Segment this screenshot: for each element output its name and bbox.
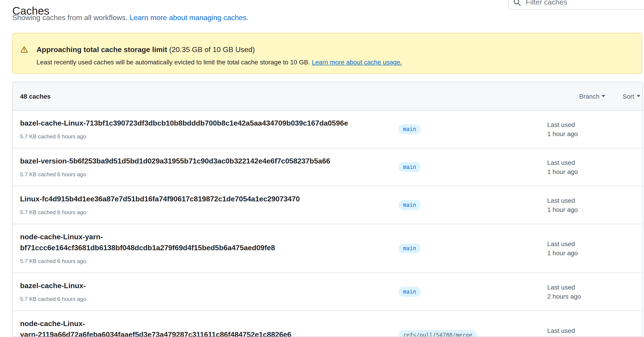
cache-name: bazel-version-5b6f253ba9d51d5bd1d029a319… <box>20 156 391 167</box>
cache-last-used-cell: Last used 2 hours ago <box>547 280 634 303</box>
filter-caches-searchbox[interactable] <box>508 0 644 10</box>
last-used-time: 2 hours ago <box>547 292 634 301</box>
cache-name-cell: Linux-fc4d915b4d1ee36a87e7d51bd16fa74f90… <box>20 194 391 216</box>
managing-caches-link[interactable]: Learn more about managing caches. <box>130 14 248 22</box>
cache-meta: 5.7 KB cached 6 hours ago <box>20 132 391 141</box>
warning-body-text: Least recently used caches will be autom… <box>36 59 310 66</box>
cache-row: node-cache-Linux-yarn- bf71ccc6e164cf368… <box>13 224 643 273</box>
warning-body: Least recently used caches will be autom… <box>36 58 402 67</box>
branch-badge: main <box>398 124 421 134</box>
cache-branch-cell: main <box>398 231 547 265</box>
cache-name: node-cache-Linux- yarn-2119a66d72a6feba6… <box>20 318 391 337</box>
cache-branch-cell: main <box>398 280 547 303</box>
branch-badge: main <box>398 287 421 297</box>
cache-meta: 5.7 KB cached 6 hours ago <box>20 208 391 216</box>
cache-name-cell: bazel-version-5b6f253ba9d51d5bd1d029a319… <box>20 156 391 179</box>
last-used-label: Last used <box>547 239 634 248</box>
sort-filter-dropdown[interactable]: Sort <box>622 93 640 100</box>
cache-branch-cell: main <box>398 194 547 216</box>
cache-branch-cell: main <box>398 156 547 179</box>
branch-badge: main <box>398 243 421 253</box>
caches-list-header: 48 caches Branch Sort <box>13 82 643 111</box>
last-used-time: 1 hour ago <box>547 167 634 176</box>
cache-meta: 5.7 KB cached 6 hours ago <box>20 295 391 303</box>
cache-meta: 5.7 KB cached 6 hours ago <box>20 257 391 265</box>
cache-branch-cell: main <box>398 118 547 141</box>
filter-caches-input[interactable] <box>525 0 644 7</box>
subtitle-text: Showing caches from all workflows. <box>12 14 128 22</box>
search-icon <box>514 0 521 6</box>
cache-name-cell: bazel-cache-Linux- 5.7 KB cached 6 hours… <box>20 280 391 303</box>
last-used-label: Last used <box>547 158 634 167</box>
cache-count: 48 caches <box>20 93 51 100</box>
page-subtitle: Showing caches from all workflows. Learn… <box>12 12 248 23</box>
cache-last-used-cell: Last used 1 hour ago <box>547 194 634 216</box>
last-used-label: Last used <box>547 326 634 335</box>
cache-row: bazel-cache-Linux- 5.7 KB cached 6 hours… <box>13 273 643 310</box>
branch-badge: refs/pull/54788/merge <box>398 330 477 337</box>
storage-limit-warning-banner: Approaching total cache storage limit (2… <box>12 33 642 74</box>
cache-name: bazel-cache-Linux-713bf1c390723df3dbcb10… <box>20 118 391 129</box>
last-used-label: Last used <box>547 120 634 129</box>
last-used-time: 1 hour ago <box>547 129 634 138</box>
cache-row: node-cache-Linux- yarn-2119a66d72a6feba6… <box>13 310 643 337</box>
branch-filter-dropdown[interactable]: Branch <box>579 93 606 100</box>
branch-badge: main <box>398 162 421 172</box>
warning-heading-bold: Approaching total cache storage limit <box>36 46 167 54</box>
cache-name: node-cache-Linux-yarn- bf71ccc6e164cf368… <box>20 231 391 253</box>
caches-page: Caches Showing caches from all workflows… <box>0 0 644 337</box>
cache-last-used-cell: Last used 1 hour ago <box>547 231 634 265</box>
cache-name: bazel-cache-Linux- <box>20 280 391 291</box>
cache-last-used-cell: Last used 1 hour ago <box>547 156 634 179</box>
cache-row: bazel-cache-Linux-713bf1c390723df3dbcb10… <box>13 111 643 148</box>
last-used-time: 1 hour ago <box>547 248 634 257</box>
cache-row: Linux-fc4d915b4d1ee36a87e7d51bd16fa74f90… <box>13 186 643 224</box>
last-used-time: 1 hour ago <box>547 205 634 214</box>
cache-usage-link[interactable]: Learn more about cache usage. <box>312 59 402 66</box>
last-used-label: Last used <box>547 196 634 205</box>
cache-name: Linux-fc4d915b4d1ee36a87e7d51bd16fa74f90… <box>20 194 391 205</box>
cache-row: bazel-version-5b6f253ba9d51d5bd1d029a319… <box>13 148 643 186</box>
warning-heading-detail: (20.35 GB of 10 GB Used) <box>169 46 255 54</box>
cache-name-cell: node-cache-Linux-yarn- bf71ccc6e164cf368… <box>20 231 391 265</box>
last-used-time: 2 hours ago <box>547 335 634 337</box>
chevron-down-icon <box>636 95 640 98</box>
cache-last-used-cell: Last used 2 hours ago <box>547 318 634 337</box>
cache-meta: 5.7 KB cached 6 hours ago <box>20 170 391 179</box>
warning-text: Approaching total cache storage limit (2… <box>36 44 402 74</box>
cache-last-used-cell: Last used 1 hour ago <box>547 118 634 141</box>
chevron-down-icon <box>602 95 606 98</box>
cache-name-cell: bazel-cache-Linux-713bf1c390723df3dbcb10… <box>20 118 391 141</box>
caches-list-box: 48 caches Branch Sort bazel-cache-Linux-… <box>12 82 643 337</box>
cache-branch-cell: refs/pull/54788/merge <box>398 318 547 337</box>
last-used-label: Last used <box>547 283 634 292</box>
warning-heading: Approaching total cache storage limit (2… <box>36 44 402 55</box>
alert-triangle-icon <box>20 46 28 53</box>
cache-name-cell: node-cache-Linux- yarn-2119a66d72a6feba6… <box>20 318 391 337</box>
branch-badge: main <box>398 200 421 210</box>
